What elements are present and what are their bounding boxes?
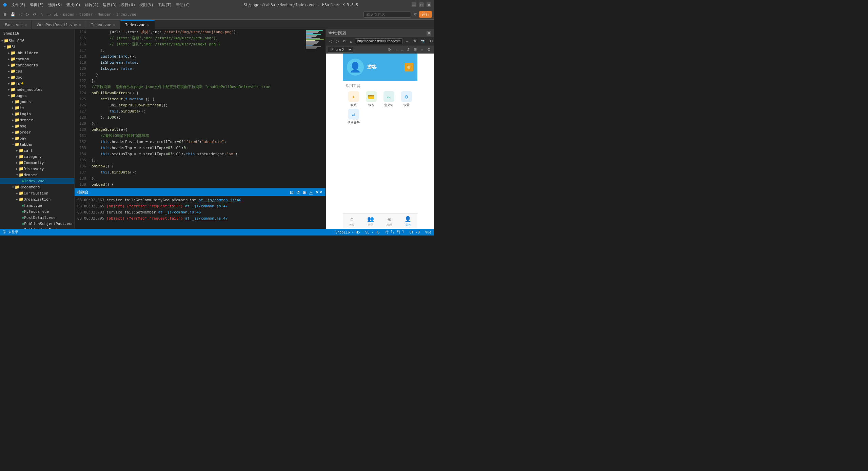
tree-item-sl[interactable]: ▼ 📁 SL [0,44,74,50]
tree-item-cart[interactable]: ▶ 📁 cart [0,147,74,153]
menu-run[interactable]: 运行(R) [103,2,117,7]
tool-settings[interactable]: ⚙ 设置 [398,91,415,107]
device-open[interactable]: ⊞ [412,47,418,53]
console-line-2[interactable]: 08:00:32.565 [object] {"errMsg":"request… [77,203,323,209]
tree-item-nodemodules[interactable]: ▶ 📁 node_modules [0,86,74,93]
browser-back[interactable]: ◁ [328,38,333,44]
device-zoom-out[interactable]: - [400,47,404,53]
tree-item-organization[interactable]: ▶ 📁 Organization [0,196,74,202]
tree-item-doc[interactable]: ▶ 📁 doc [0,74,74,80]
browser-screenshot[interactable]: 📷 [419,38,427,44]
tree-item-category[interactable]: ▶ 📁 category [0,153,74,160]
browser-close[interactable]: ✕ [427,31,431,36]
nav-profile[interactable]: 👤 我的 [399,216,417,227]
tree-item-member[interactable]: ▶ 📁 Member [0,117,74,123]
menu-tools[interactable]: 工具(T) [158,2,172,7]
browser-settings[interactable]: ⚙ [428,38,434,44]
menu-jump[interactable]: 跳转(J) [85,2,99,7]
tree-item-components[interactable]: ▶ 📁 components [0,62,74,68]
tree-item-member2[interactable]: ▼ 📁 Member [0,172,74,178]
breadcrumb-sl[interactable]: SL [54,12,58,17]
code-content[interactable]: {url:'',text:'抽奖',img:'/static/img/user/… [88,29,305,188]
tree-item-hbuilderx[interactable]: ▶ 📁 .hbuilderx [0,50,74,56]
nav-home[interactable]: ⌂ 首页 [343,216,361,227]
tree-item-tabbar[interactable]: ▼ 📁 tabBar [0,141,74,147]
toolbar-btn-1[interactable]: ⊞ [2,12,8,17]
tool-switch[interactable]: ⇄ 切换账号 [346,109,362,125]
tree-item-correlation[interactable]: ▶ 📁 Correlation [0,190,74,196]
menu-help[interactable]: 帮助(Y) [176,2,190,7]
tree-item-recommend[interactable]: ▼ 📁 Recommend [0,184,74,190]
tool-wallet[interactable]: 💳 钱包 [363,91,379,107]
breadcrumb-file[interactable]: Index.vue [116,12,136,17]
console-link-2[interactable]: at _js/common.js:47 [185,204,228,208]
tree-item-msg[interactable]: ▶ 📁 msg [0,123,74,129]
tree-item-css[interactable]: ▶ 📁 css [0,68,74,74]
toolbar-forward[interactable]: ▷ [25,12,30,17]
tree-item-community[interactable]: ▶ 📁 Community [0,160,74,166]
tab-index2[interactable]: Index.vue ✕ [86,20,120,29]
tree-item-publishsubject[interactable]: ◈ PublishSubjectPost.vue [0,221,74,227]
tree-item-discovery[interactable]: ▶ 📁 Discovery [0,166,74,172]
console-btn-expand[interactable]: △ [309,190,313,195]
menu-file[interactable]: 文件(F) [12,2,26,7]
tree-item-goods[interactable]: ▶ 📁 goods [0,99,74,105]
browser-home[interactable]: ⌂ [349,39,354,44]
device-refresh[interactable]: ↺ [405,47,411,53]
menu-select[interactable]: 选择(S) [48,2,62,7]
menu-publish[interactable]: 发行(U) [121,2,135,7]
console-btn-2[interactable]: ↺ [296,190,300,195]
tree-item-im[interactable]: ▶ 📁 im [0,105,74,111]
browser-go[interactable]: → [404,39,411,44]
tree-item-fansvue[interactable]: ◈ Fans.vue [0,202,74,208]
toolbar-btn-save[interactable]: 💾 [9,12,17,17]
nav-community[interactable]: 👥 社区 [361,216,380,227]
browser-reload[interactable]: ↺ [341,38,347,44]
breadcrumb-member[interactable]: Member [98,12,111,17]
toolbar-bookmark[interactable]: ☆ [39,12,45,17]
tree-item-pay[interactable]: ▶ 📁 pay [0,135,74,141]
tree-item-js[interactable]: ▶ 📁 js [0,80,74,86]
qr-button[interactable]: ⊞ [405,63,413,71]
tree-item-myfocus[interactable]: ◈ MyFocus.vue [0,208,74,214]
tab-index2-close[interactable]: ✕ [113,23,115,27]
tool-collect[interactable]: ★ 收藏 [346,91,362,107]
device-settings2[interactable]: ⚙ [426,47,432,53]
device-select[interactable]: iPhone X iPhone 12 [328,47,353,53]
maximize-button[interactable]: □ [419,2,424,7]
minimize-button[interactable]: — [412,2,416,7]
breadcrumb-pages[interactable]: pages [63,12,74,17]
close-button[interactable]: ✕ [427,2,431,7]
tree-item-shop116[interactable]: ▼ 📁 Shop116 [0,38,74,44]
search-input[interactable] [363,12,411,18]
tree-item-indexvue[interactable]: ◈ Index.vue [0,178,74,184]
tab-fans[interactable]: Fans.vue ✕ [0,20,32,29]
console-link-1[interactable]: at _js/common.js:46 [199,198,241,202]
filter-button[interactable]: ▽ [412,12,418,17]
console-btn-4[interactable]: ✕✕ [315,190,323,195]
tab-index-active[interactable]: Index.vue ✕ [120,20,155,29]
breadcrumb-tabbar[interactable]: tabBar [79,12,93,17]
browser-devtools[interactable]: ⚒ [412,38,418,44]
console-btn-3[interactable]: ⊞ [303,190,307,195]
toolbar-back[interactable]: ◁ [18,12,23,17]
device-rotate[interactable]: ⟳ [387,47,392,53]
tab-votepost[interactable]: VotePostDetail.vue ✕ [32,20,86,29]
tree-item-common[interactable]: ▶ 📁 common [0,56,74,62]
device-zoom-in[interactable]: + [394,47,398,53]
menu-find[interactable]: 查找(G) [66,2,81,7]
tool-feedback[interactable]: ✏ 意见箱 [381,91,397,107]
tree-item-login[interactable]: ▶ 📁 login [0,111,74,117]
console-link-3[interactable]: at _js/common.js:46 [158,210,201,214]
tab-index-active-close[interactable]: ✕ [147,23,150,27]
console-link-4[interactable]: at _js/common.js:47 [185,216,228,221]
nav-discover[interactable]: ◉ 发现 [380,216,399,227]
menu-view[interactable]: 视图(V) [139,2,154,7]
tree-item-order[interactable]: ▶ 📁 order [0,129,74,135]
tree-item-postdetail[interactable]: ◈ PostDetail.vue [0,214,74,221]
console-btn-1[interactable]: ⊡ [290,190,294,195]
tab-fans-close[interactable]: ✕ [25,23,27,27]
tree-item-pages[interactable]: ▼ 📁 pages [0,93,74,99]
browser-forward[interactable]: ▷ [335,38,340,44]
toolbar-rect[interactable]: ▭ [46,12,52,17]
